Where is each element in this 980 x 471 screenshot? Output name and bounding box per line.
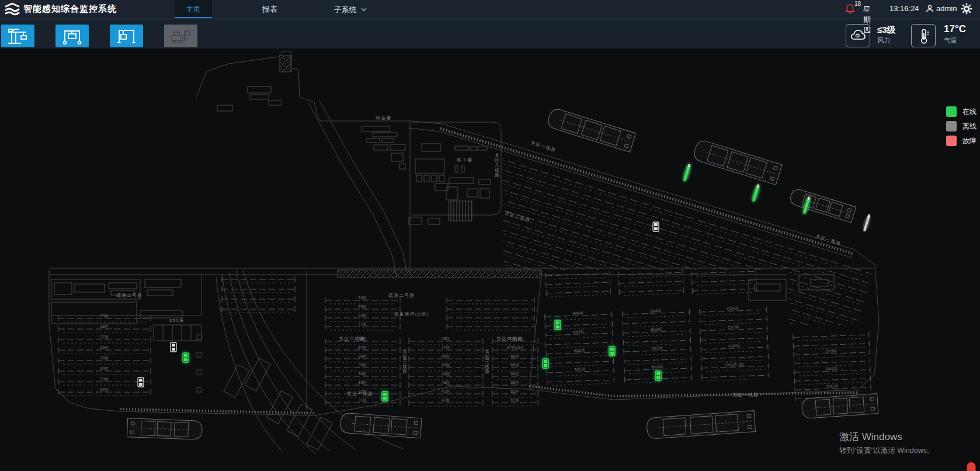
area-label: 支区一线路 (530, 140, 557, 153)
svg-text:72区: 72区 (358, 313, 367, 317)
svg-text:31区: 31区 (358, 398, 367, 402)
svg-text:25区: 25区 (100, 356, 109, 360)
area-label: 设备运行(D区) (394, 311, 429, 317)
temperature-icon-box (911, 24, 936, 47)
svg-text:C04区: C04区 (727, 306, 739, 311)
area-label: 货区三线路 (485, 349, 491, 374)
clock: 13:16:24 (889, 4, 919, 13)
wind-value: ≤3级 (877, 25, 896, 36)
fault-swatch (946, 136, 957, 146)
area-label: 支区八线路 (495, 153, 501, 178)
port-map-canvas[interactable]: 29区28区27区26区25区24区23区22区74区73区72区71区38区3… (0, 49, 980, 471)
truck-marker[interactable] (382, 392, 388, 401)
rtg-crane-button[interactable] (55, 25, 89, 47)
yard-block (618, 269, 683, 296)
svg-text:27区: 27区 (100, 335, 109, 339)
app-logo-icon (5, 2, 20, 16)
yard-block: 48区47区46区45区44区43区42区41区 (409, 337, 483, 406)
svg-text:61区: 61区 (510, 398, 519, 402)
ship (646, 411, 755, 439)
svg-text:26区: 26区 (100, 345, 109, 349)
svg-text:33区: 33区 (358, 380, 367, 385)
tab-reports-label: 报表 (262, 5, 277, 13)
username-label[interactable]: admin (936, 4, 957, 13)
svg-text:37区: 37区 (358, 345, 367, 349)
area-label: 支区二线路 (505, 210, 531, 223)
tab-home-label: 主页 (186, 5, 201, 13)
svg-text:42区: 42区 (442, 389, 450, 393)
svg-text:D01区: D01区 (827, 384, 839, 389)
svg-text:63区: 63区 (510, 380, 519, 385)
fault-label: 故障 (962, 136, 976, 146)
notification-bell-icon[interactable] (845, 4, 855, 15)
crane-marker[interactable] (750, 183, 762, 203)
yard-block: C04区C03区C02区C01区(冷) (700, 305, 769, 381)
yard-block: 74区73区72区71区 (325, 296, 400, 330)
yard-block (222, 276, 295, 313)
truck-marker[interactable] (543, 359, 548, 368)
svg-text:66区: 66区 (510, 354, 519, 358)
area-label: 支区一线路 (815, 234, 842, 247)
online-swatch (946, 106, 957, 117)
legend-item-fault: 故障 (946, 136, 976, 146)
user-icon (925, 4, 934, 13)
truck-marker[interactable] (183, 353, 189, 362)
svg-text:B01区: B01区 (652, 365, 663, 369)
svg-text:43区: 43区 (442, 380, 450, 385)
svg-text:47区: 47区 (442, 345, 450, 349)
thermometer-icon (915, 28, 932, 44)
crane-marker[interactable] (681, 163, 693, 183)
ship (692, 139, 782, 185)
yard-blocks: 29区28区27区26区25区24区23区22区74区73区72区71区38区3… (58, 268, 871, 406)
settings-gear-icon[interactable] (961, 3, 972, 15)
truck-marker[interactable] (655, 371, 661, 380)
port-map[interactable]: 29区28区27区26区25区24区23区22区74区73区72区71区38区3… (0, 49, 980, 471)
forklift-button (164, 25, 197, 47)
tab-reports[interactable]: 报表 (251, 0, 289, 18)
legend-item-offline: 离线 (946, 121, 976, 131)
ship (788, 188, 856, 223)
svg-text:A02区: A02区 (574, 348, 585, 353)
area-label: 货区一线路 (733, 392, 759, 397)
status-legend: 在线 离线 故障 (946, 106, 976, 150)
area-label: 货区二线路 (339, 336, 366, 341)
yard-block: D03区D02区D01区 (793, 332, 871, 402)
svg-text:B02区: B02区 (651, 346, 663, 351)
truck-marker[interactable] (138, 378, 144, 387)
svg-text:35区: 35区 (358, 363, 367, 367)
svg-text:A03区: A03区 (573, 330, 585, 334)
corner-alarm-bell-icon[interactable] (964, 461, 979, 471)
yard-block: 68区(冷)67区(冷)66区65区64区63区62区61区 (492, 337, 538, 406)
weekday-label: 星期四 (863, 4, 871, 36)
svg-text:45区: 45区 (442, 363, 450, 367)
area-label: 疏港二号路 (389, 293, 415, 298)
svg-text:D02区: D02区 (826, 366, 839, 371)
crane-marker[interactable] (861, 213, 873, 233)
yard-block (447, 297, 534, 330)
yard-block: 29区28区27区26区25区24区23区22区 (58, 314, 151, 396)
svg-text:67区(冷): 67区(冷) (507, 345, 523, 350)
quay-crane-button[interactable] (1, 25, 34, 47)
area-label: 货区一线路 (347, 391, 374, 396)
temperature-value: 17°C (944, 23, 966, 35)
svg-text:46区: 46区 (442, 354, 450, 358)
svg-text:C02区: C02区 (728, 344, 741, 348)
ship (340, 413, 422, 438)
svg-text:73区: 73区 (358, 304, 367, 309)
svg-text:62区: 62区 (510, 389, 519, 393)
svg-text:B04区: B04区 (650, 309, 662, 313)
truck-marker[interactable] (171, 342, 176, 352)
truck-marker[interactable] (555, 320, 561, 330)
tab-subsystems[interactable]: 子系统 (327, 0, 374, 18)
truck-marker[interactable] (609, 347, 615, 356)
svg-text:36区: 36区 (358, 354, 367, 358)
area-label: 货区三线路 (403, 349, 408, 374)
svg-text:74区: 74区 (358, 296, 367, 300)
truck-marker[interactable] (653, 222, 659, 231)
tab-home[interactable]: 主页 (175, 0, 212, 18)
temperature-label: 气温 (944, 36, 957, 45)
rmg-crane-button[interactable] (110, 25, 143, 47)
svg-text:B03区: B03区 (651, 327, 662, 332)
svg-text:34区: 34区 (358, 372, 367, 376)
svg-text:29区: 29区 (100, 314, 109, 318)
